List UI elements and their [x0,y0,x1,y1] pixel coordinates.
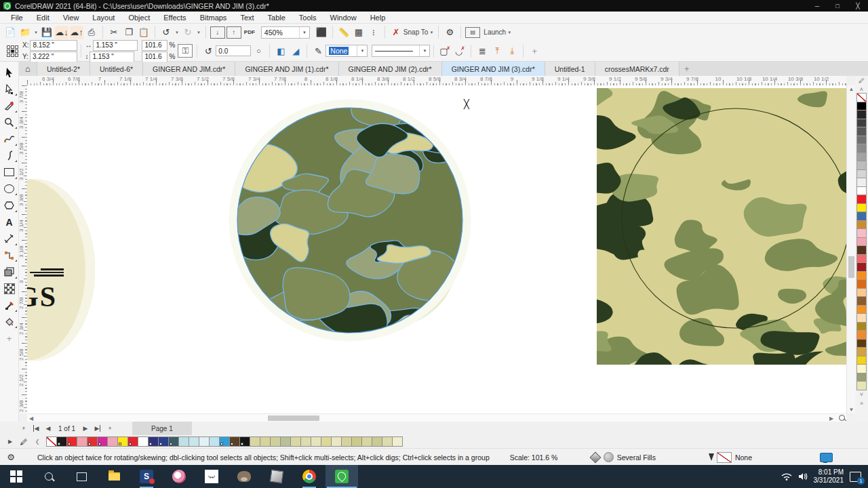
text-tool[interactable]: A [1,214,18,231]
document-swatch[interactable] [117,436,128,447]
document-swatch[interactable] [270,436,281,447]
palette-swatch[interactable] [856,347,867,357]
palette-swatch[interactable] [856,195,867,204]
document-swatch[interactable] [280,436,291,447]
first-page-button[interactable]: ◀ [30,423,42,434]
close-button[interactable]: ╳ [848,0,868,12]
palette-flyout-icon[interactable]: ▶ [4,436,16,447]
palette-swatch[interactable] [856,339,867,348]
palette-swatch[interactable] [856,136,867,145]
zoom-caret-icon[interactable]: ▼ [299,27,309,38]
menu-effects[interactable]: Effects [157,12,193,24]
palette-swatch[interactable] [856,254,867,264]
save-button[interactable]: 💾 [40,26,54,39]
last-page-button[interactable]: ▶ [92,423,104,434]
palette-swatch[interactable] [856,330,867,340]
fill-color-swatch[interactable] [604,452,614,462]
vertical-scrollbar[interactable]: ▲ ▼ [846,85,856,413]
next-page-button[interactable]: ▶ [79,423,92,434]
palette-scroll-left-icon[interactable]: ❮ [31,436,43,447]
menu-text[interactable]: Text [233,12,260,24]
no-color-swatch[interactable] [856,93,867,102]
document-tab[interactable]: GINGER AND JIM (2).cdr* [339,62,442,76]
document-swatch[interactable] [178,436,189,447]
palette-swatch[interactable] [856,288,867,298]
menu-help[interactable]: Help [363,12,393,24]
interactive-fill-tool[interactable] [1,314,18,331]
previous-page-button[interactable]: ◀ [42,423,54,434]
object-height-field[interactable] [90,52,134,62]
document-swatch[interactable] [219,436,230,447]
palette-swatch[interactable] [856,296,867,306]
document-swatch[interactable] [382,436,393,447]
palette-swatch[interactable] [856,364,867,373]
shape-tool[interactable] [1,81,18,98]
palette-swatch[interactable] [856,262,867,272]
dimension-tool[interactable] [1,230,18,247]
palette-swatch[interactable] [856,356,867,365]
document-swatch[interactable] [87,436,98,447]
document-swatch[interactable] [351,436,362,447]
document-swatch[interactable] [300,436,311,447]
launch-label[interactable]: Launch [484,28,506,36]
palette-swatch[interactable] [856,127,867,136]
taskbar-gimp[interactable] [228,465,260,488]
rotation-angle-field[interactable] [216,45,251,56]
outline-width-combo[interactable]: None ▼ [326,45,368,57]
to-front-button[interactable]: ⤒ [490,44,504,58]
vertical-scroll-thumb[interactable] [848,256,854,278]
palette-swatch[interactable] [856,169,867,179]
publish-pdf-button[interactable]: PDF [243,26,256,39]
camo-pattern-swatch[interactable] [597,88,846,365]
menu-edit[interactable]: Edit [30,12,56,24]
menu-table[interactable]: Table [261,12,292,24]
document-tab[interactable]: Untitled-1 [545,62,595,76]
remove-envelope-button[interactable]: ◡✗ [453,44,467,58]
mirror-vertical-button[interactable]: ◢ [289,44,302,58]
horizontal-ruler[interactable]: 6 3/46 7/877 1/87 1/47 3/87 1/27 5/87 3/… [27,76,846,86]
palette-swatch[interactable] [856,110,867,119]
cloud-upload-button[interactable]: ☁↑ [70,26,83,39]
scroll-right-icon[interactable]: ▶ [827,415,835,422]
document-swatch[interactable] [66,436,77,447]
options-gear-icon[interactable]: ⚙ [443,26,456,39]
palette-swatch[interactable] [856,119,867,128]
document-swatch[interactable] [239,436,250,447]
connector-tool[interactable] [1,247,18,264]
snap-to-label[interactable]: Snap To [403,28,429,36]
status-gear-icon[interactable]: ⚙ [4,451,18,464]
document-tab[interactable]: Untitled-2* [37,62,90,76]
document-swatch[interactable] [321,436,332,447]
palette-swatch[interactable] [856,186,867,196]
menu-view[interactable]: View [56,12,86,24]
new-document-button[interactable]: 📄 [3,26,17,39]
menu-layout[interactable]: Layout [85,12,121,24]
zoom-corner-icon[interactable] [839,415,845,421]
document-swatch[interactable] [107,436,118,447]
taskbar-paintshop[interactable]: S [130,465,163,488]
display-color-settings-icon[interactable] [820,453,833,462]
taskbar-start[interactable] [0,465,33,488]
document-swatch[interactable] [97,436,108,447]
document-swatch[interactable] [77,436,87,447]
drawing-canvas[interactable]: GS ╳ [27,85,846,413]
palette-swatch[interactable] [856,220,867,230]
outline-width-caret-icon[interactable]: ▼ [357,45,367,56]
add-page-button[interactable]: + [18,423,30,434]
document-swatch[interactable] [392,436,403,447]
zoom-tool[interactable] [1,115,18,131]
cut-button[interactable]: ✂ [107,26,121,39]
document-swatch[interactable] [127,436,138,447]
palette-swatch[interactable] [856,305,867,314]
new-tab-button[interactable]: + [679,62,694,76]
scale-vertical-field[interactable] [142,52,167,62]
mirror-horizontal-button[interactable]: ◧ [274,44,288,58]
line-style-combo[interactable]: ▼ [372,45,430,57]
document-swatch[interactable] [250,436,260,447]
palette-eyedropper-icon[interactable]: 🖉 [859,76,865,85]
minimize-button[interactable]: ─ [807,0,827,12]
pick-tool[interactable] [1,64,18,81]
palette-swatch[interactable] [856,373,867,382]
palette-swatch[interactable] [856,152,867,162]
palette-swatch[interactable] [856,271,867,281]
